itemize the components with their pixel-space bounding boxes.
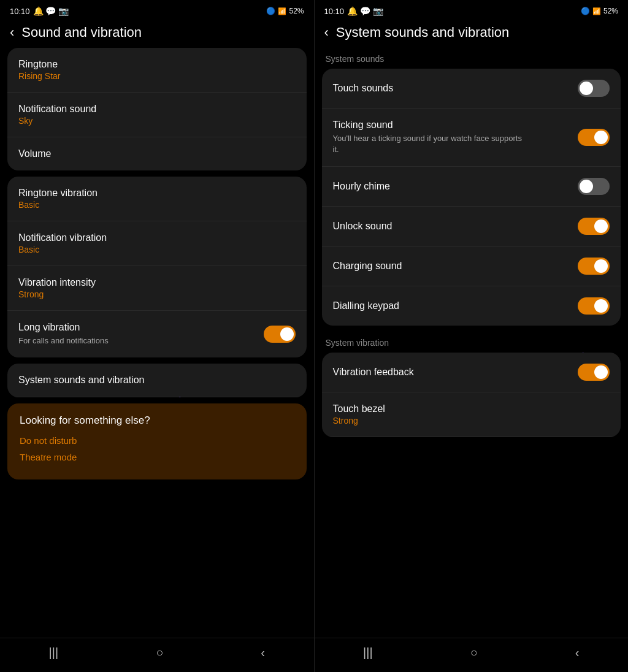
content-left: Ringtone Rising Star Notification sound … (0, 48, 314, 638)
left-panel: 10:10 🔔 💬 📷 🔵 📶 52% ‹ Sound and vibratio… (0, 0, 314, 672)
bottom-nav-left: ||| ○ ‹ (0, 638, 314, 672)
looking-for-title: Looking for something else? (20, 414, 294, 427)
hourly-chime-title: Hourly chime (333, 181, 578, 192)
signal-icon-right: 📶 (592, 7, 601, 15)
ringtone-vibration-row[interactable]: Ringtone vibration Basic (7, 177, 307, 221)
touch-bezel-title: Touch bezel (333, 403, 610, 414)
unlock-sound-title: Unlock sound (333, 221, 578, 232)
card-vibration: Ringtone vibration Basic Notification vi… (7, 177, 307, 357)
home-icon-left[interactable]: ○ (156, 646, 163, 660)
vibration-intensity-value: Strong (18, 289, 296, 299)
notification-sound-row[interactable]: Notification sound Sky (7, 93, 307, 137)
back-nav-icon-right[interactable]: ‹ (575, 646, 580, 660)
card-sounds: Ringtone Rising Star Notification sound … (7, 48, 307, 170)
unlock-sound-row[interactable]: Unlock sound (322, 207, 621, 246)
charging-sound-title: Charging sound (333, 261, 578, 272)
vibration-feedback-row[interactable]: Vibration feedback (322, 353, 621, 392)
recents-icon-right[interactable]: ||| (363, 646, 373, 660)
notification-sound-title: Notification sound (18, 104, 296, 115)
status-time-left: 10:10 🔔 💬 📷 (10, 6, 69, 16)
long-vibration-desc: For calls and notifications (18, 335, 215, 346)
page-title-right: System sounds and vibration (336, 25, 510, 40)
dialling-keypad-title: Dialling keypad (333, 300, 578, 311)
do-not-disturb-link[interactable]: Do not disturb (20, 435, 294, 446)
ticking-sound-title: Ticking sound (333, 120, 578, 131)
touch-bezel-value: Strong (333, 416, 610, 426)
status-icons-left: 🔵 📶 52% (266, 7, 304, 15)
nav-bar-right: ‹ System sounds and vibration (315, 20, 629, 48)
vibration-feedback-title: Vibration feedback (333, 367, 578, 378)
ringtone-value: Rising Star (18, 71, 296, 81)
touch-sounds-toggle[interactable] (578, 80, 610, 97)
ringtone-vibration-value: Basic (18, 200, 296, 210)
charging-sound-row[interactable]: Charging sound (322, 246, 621, 286)
vibration-intensity-title: Vibration intensity (18, 277, 296, 288)
hourly-chime-toggle[interactable] (578, 178, 610, 195)
volume-title: Volume (18, 148, 296, 159)
page-title-left: Sound and vibration (21, 25, 142, 40)
long-vibration-toggle[interactable] (264, 326, 296, 343)
dialling-keypad-toggle[interactable] (578, 297, 610, 315)
card-system-sounds: System sounds and vibration (7, 364, 307, 397)
system-sounds-section-label: System sounds (322, 48, 621, 69)
touch-bezel-row[interactable]: Touch bezel Strong (322, 392, 621, 437)
content-right: System sounds Touch sounds Ticking sound… (315, 48, 629, 638)
right-panel: 10:10 🔔 💬 📷 🔵 📶 52% ‹ System sounds and … (315, 0, 629, 672)
recents-icon-left[interactable]: ||| (49, 646, 59, 660)
back-button-right[interactable]: ‹ (324, 25, 329, 40)
notification-sound-value: Sky (18, 116, 296, 126)
status-icons-right: 🔵 📶 52% (581, 7, 618, 15)
status-bar-right: 10:10 🔔 💬 📷 🔵 📶 52% (315, 0, 629, 20)
system-sounds-row[interactable]: System sounds and vibration (7, 364, 307, 397)
vibration-intensity-row[interactable]: Vibration intensity Strong (7, 266, 307, 311)
system-sounds-title: System sounds and vibration (18, 375, 296, 386)
looking-for-box: Looking for something else? Do not distu… (7, 403, 307, 479)
status-bar-left: 10:10 🔔 💬 📷 🔵 📶 52% (0, 0, 314, 20)
hourly-chime-row[interactable]: Hourly chime (322, 167, 621, 207)
battery-left: 52% (289, 7, 304, 15)
bluetooth-icon-right: 🔵 (581, 7, 590, 15)
notification-vibration-title: Notification vibration (18, 232, 296, 243)
unlock-sound-toggle[interactable] (578, 218, 610, 235)
theatre-mode-link[interactable]: Theatre mode (20, 452, 294, 462)
home-icon-right[interactable]: ○ (470, 646, 478, 660)
ticking-sound-toggle[interactable] (578, 129, 610, 146)
long-vibration-title: Long vibration (18, 322, 264, 333)
long-vibration-row[interactable]: Long vibration For calls and notificatio… (7, 311, 307, 357)
touch-sounds-row[interactable]: Touch sounds (322, 69, 621, 109)
charging-sound-toggle[interactable] (578, 258, 610, 275)
signal-icon: 📶 (278, 7, 286, 15)
time-left: 10:10 (10, 7, 30, 16)
time-right: 10:10 (324, 7, 345, 16)
bottom-nav-right: ||| ○ ‹ (315, 638, 629, 672)
back-button-left[interactable]: ‹ (10, 25, 14, 40)
touch-sounds-title: Touch sounds (333, 83, 578, 94)
nav-bar-left: ‹ Sound and vibration (0, 20, 314, 48)
volume-row[interactable]: Volume (7, 137, 307, 170)
back-nav-icon-left[interactable]: ‹ (261, 646, 265, 660)
battery-right: 52% (603, 7, 618, 15)
ringtone-row[interactable]: Ringtone Rising Star (7, 48, 307, 93)
card-system-vibration: Vibration feedback Touch bezel Strong (322, 353, 621, 437)
status-time-right: 10:10 🔔 💬 📷 (324, 6, 383, 16)
bluetooth-icon: 🔵 (266, 7, 275, 15)
ticking-sound-row[interactable]: Ticking sound You'll hear a ticking soun… (322, 109, 621, 167)
notification-vibration-row[interactable]: Notification vibration Basic (7, 221, 307, 266)
ticking-sound-desc: You'll hear a ticking sound if your watc… (333, 133, 529, 155)
card-system-sounds-right: Touch sounds Ticking sound You'll hear a… (322, 69, 621, 326)
dialling-keypad-row[interactable]: Dialling keypad (322, 286, 621, 326)
ringtone-title: Ringtone (18, 59, 296, 70)
ringtone-vibration-title: Ringtone vibration (18, 188, 296, 199)
system-vibration-section-label: System vibration (322, 332, 621, 353)
vibration-feedback-toggle[interactable] (578, 364, 610, 381)
notification-vibration-value: Basic (18, 245, 296, 254)
